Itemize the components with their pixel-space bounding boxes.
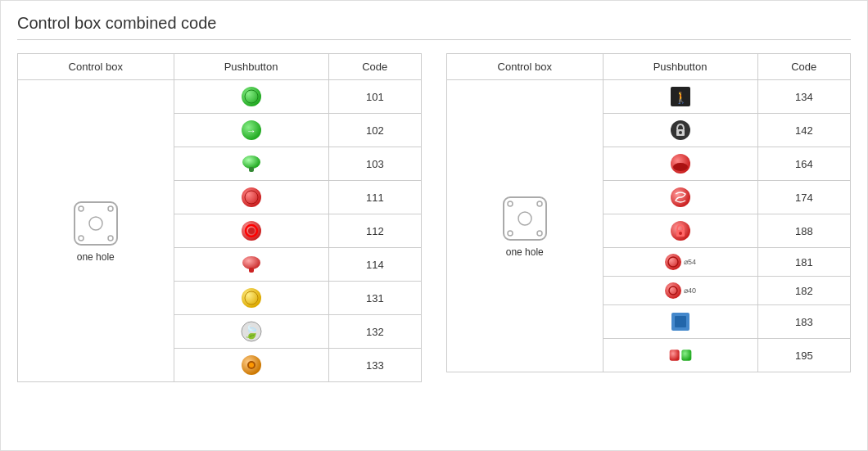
svg-point-38 xyxy=(673,163,688,171)
svg-point-31 xyxy=(537,231,542,236)
key-switch-icon: 🍃 xyxy=(240,320,263,343)
pushbutton-cell xyxy=(174,248,328,282)
page-title: Control box combined code xyxy=(17,14,851,40)
code-cell: 133 xyxy=(328,349,421,382)
blue-square-button-icon xyxy=(669,310,692,333)
svg-point-36 xyxy=(679,131,682,134)
left-col-pushbutton: Pushbutton xyxy=(174,54,328,80)
svg-text:→: → xyxy=(246,125,256,137)
table-row: one hole xyxy=(18,80,422,114)
yellow-button-icon xyxy=(240,286,263,309)
pushbutton-cell xyxy=(174,214,328,248)
one-hole-box-icon-left xyxy=(71,199,120,248)
red-key-40-icon xyxy=(664,282,682,300)
code-cell: 182 xyxy=(757,277,850,305)
svg-rect-18 xyxy=(249,268,254,273)
svg-point-17 xyxy=(242,256,260,269)
red-half-button-icon xyxy=(669,152,692,175)
red-twist-button-icon xyxy=(669,186,692,209)
code-cell: 134 xyxy=(757,80,850,114)
pushbutton-cell: 🍃 xyxy=(174,315,328,349)
svg-rect-50 xyxy=(681,350,691,360)
green-mushroom-button-icon xyxy=(240,152,263,175)
svg-point-45 xyxy=(665,282,681,299)
right-col-code: Code xyxy=(757,54,850,80)
red-key-54-icon xyxy=(664,253,682,271)
left-table-section: Control box Pushbutton Code xyxy=(17,53,422,382)
svg-point-27 xyxy=(518,212,531,225)
left-table: Control box Pushbutton Code xyxy=(17,53,422,382)
phi40-label: ⌀40 xyxy=(684,286,696,295)
code-cell: 132 xyxy=(328,315,421,349)
svg-rect-48 xyxy=(675,316,686,327)
green-solid-button-icon xyxy=(240,85,263,108)
lock-button-icon xyxy=(669,119,692,142)
pushbutton-cell xyxy=(174,282,328,315)
code-cell: 131 xyxy=(328,282,421,315)
svg-point-29 xyxy=(537,201,542,206)
pushbutton-cell xyxy=(174,147,328,181)
code-cell: 114 xyxy=(328,248,421,282)
code-cell: 174 xyxy=(757,181,850,214)
right-table-section: Control box Pushbutton Code xyxy=(446,53,851,382)
orange-gear-button-icon xyxy=(240,354,263,377)
svg-point-42 xyxy=(679,232,682,235)
red-solid-button-icon xyxy=(240,186,263,209)
pushbutton-cell: 🚶 xyxy=(603,80,757,114)
pushbutton-cell xyxy=(174,181,328,214)
left-control-box-label: one hole xyxy=(77,251,115,263)
code-cell: 101 xyxy=(328,80,421,114)
pushbutton-cell xyxy=(603,339,757,372)
pushbutton-cell xyxy=(603,114,757,147)
svg-point-43 xyxy=(665,254,681,270)
svg-point-16 xyxy=(248,228,255,234)
code-cell: 188 xyxy=(757,214,850,248)
code-cell: 183 xyxy=(757,305,850,339)
tables-container: Control box Pushbutton Code xyxy=(17,53,851,382)
emergency-stop-icon: 🚶 xyxy=(669,85,692,108)
svg-point-30 xyxy=(508,231,513,236)
pushbutton-cell: ⌀40 xyxy=(603,277,757,305)
svg-point-2 xyxy=(79,206,84,211)
page: Control box combined code Control box Pu… xyxy=(0,0,868,451)
dual-button-icon xyxy=(669,344,692,367)
phi54-label: ⌀54 xyxy=(684,258,696,266)
left-col-control-box: Control box xyxy=(18,54,174,80)
pushbutton-cell: ⌀54 xyxy=(603,248,757,277)
pushbutton-cell xyxy=(174,80,328,114)
right-col-control-box: Control box xyxy=(447,54,604,80)
pushbutton-cell xyxy=(174,349,328,382)
right-control-box-wrapper: one hole xyxy=(452,194,598,258)
svg-point-28 xyxy=(508,201,513,206)
left-col-code: Code xyxy=(328,54,421,80)
right-table: Control box Pushbutton Code xyxy=(446,53,851,372)
code-cell: 195 xyxy=(757,339,850,372)
right-col-pushbutton: Pushbutton xyxy=(603,54,757,80)
left-control-box-wrapper: one hole xyxy=(23,199,169,263)
right-control-box-label: one hole xyxy=(506,246,544,258)
code-cell: 164 xyxy=(757,147,850,181)
pushbutton-cell xyxy=(603,181,757,214)
code-cell: 142 xyxy=(757,114,850,147)
code-cell: 111 xyxy=(328,181,421,214)
red-mushroom-button-icon xyxy=(240,253,263,276)
svg-point-4 xyxy=(79,236,84,241)
svg-point-3 xyxy=(108,206,113,211)
left-control-box-cell: one hole xyxy=(18,80,174,382)
svg-text:🚶: 🚶 xyxy=(673,91,688,105)
svg-point-10 xyxy=(242,156,260,169)
pushbutton-cell xyxy=(603,147,757,181)
svg-point-25 xyxy=(249,363,254,368)
code-cell: 102 xyxy=(328,114,421,147)
code-cell: 103 xyxy=(328,147,421,181)
pushbutton-cell xyxy=(603,305,757,339)
green-arrow-button-icon: → xyxy=(240,119,263,142)
right-control-box-cell: one hole xyxy=(447,80,604,372)
svg-point-1 xyxy=(89,217,102,230)
svg-text:🍃: 🍃 xyxy=(243,324,260,340)
red-lock-button-icon xyxy=(669,219,692,242)
code-cell: 181 xyxy=(757,248,850,277)
svg-rect-11 xyxy=(249,167,254,172)
table-row: one hole 🚶 134 xyxy=(447,80,851,114)
svg-point-5 xyxy=(108,236,113,241)
